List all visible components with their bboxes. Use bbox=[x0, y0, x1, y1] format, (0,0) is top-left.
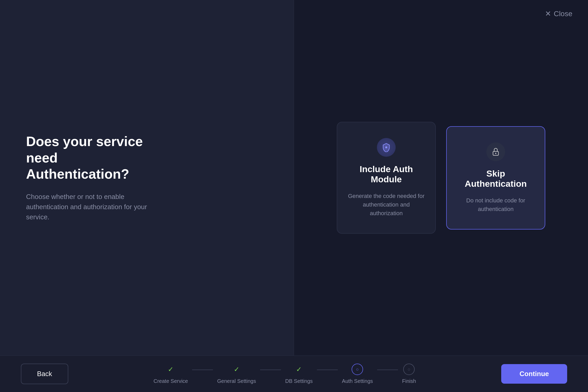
step-auth-settings: ○ Auth Settings bbox=[342, 364, 373, 384]
shield-icon bbox=[377, 138, 396, 157]
page-heading: Does your service need Authentication? bbox=[26, 133, 162, 182]
step-finish-label: Finish bbox=[402, 378, 416, 384]
close-x-icon: ✕ bbox=[545, 9, 551, 18]
skip-auth-description: Do not include code for authentication bbox=[457, 196, 534, 213]
back-label: Back bbox=[37, 370, 52, 378]
include-auth-description: Generate the code needed for authenticat… bbox=[348, 192, 425, 218]
skip-auth-card[interactable]: Skip Authentication Do not include code … bbox=[446, 126, 545, 230]
step-create-service-indicator: ✓ bbox=[165, 364, 176, 375]
continue-label: Continue bbox=[519, 370, 549, 378]
continue-button[interactable]: Continue bbox=[501, 364, 567, 384]
step-general-settings-indicator: ✓ bbox=[231, 364, 242, 375]
left-content: Does your service need Authentication? C… bbox=[26, 133, 162, 222]
step-general-settings-label: General Settings bbox=[217, 378, 256, 384]
left-panel: Does your service need Authentication? C… bbox=[0, 0, 294, 355]
step-db-settings-label: DB Settings bbox=[285, 378, 313, 384]
step-create-service-label: Create Service bbox=[154, 378, 188, 384]
bottom-bar: Back ✓ Create Service ✓ General Settings… bbox=[0, 355, 588, 392]
step-connector-4 bbox=[377, 370, 398, 370]
step-connector-1 bbox=[192, 370, 213, 370]
step-finish: ○ Finish bbox=[402, 364, 416, 384]
step-connector-3 bbox=[317, 370, 338, 370]
step-finish-indicator: ○ bbox=[403, 364, 415, 375]
back-button[interactable]: Back bbox=[21, 364, 68, 384]
step-auth-settings-label: Auth Settings bbox=[342, 378, 373, 384]
page-description: Choose whether or not to enable authenti… bbox=[26, 192, 162, 222]
right-panel: ✕ Close Include Auth Module Generate the… bbox=[294, 0, 588, 355]
include-auth-card[interactable]: Include Auth Module Generate the code ne… bbox=[337, 122, 436, 234]
lock-icon bbox=[486, 142, 505, 161]
close-label: Close bbox=[554, 10, 572, 18]
step-connector-2 bbox=[260, 370, 281, 370]
close-button[interactable]: ✕ Close bbox=[545, 9, 572, 18]
step-db-settings: ✓ DB Settings bbox=[285, 364, 313, 384]
step-auth-settings-indicator: ○ bbox=[352, 364, 363, 375]
step-create-service: ✓ Create Service bbox=[154, 364, 188, 384]
svg-point-0 bbox=[385, 146, 387, 148]
skip-auth-title: Skip Authentication bbox=[457, 168, 534, 189]
step-general-settings: ✓ General Settings bbox=[217, 364, 256, 384]
modal-body: Does your service need Authentication? C… bbox=[0, 0, 588, 355]
stepper: ✓ Create Service ✓ General Settings ✓ DB… bbox=[154, 364, 416, 384]
modal-overlay: Does your service need Authentication? C… bbox=[0, 0, 588, 392]
step-db-settings-indicator: ✓ bbox=[293, 364, 305, 375]
svg-point-2 bbox=[495, 153, 497, 154]
include-auth-title: Include Auth Module bbox=[348, 164, 425, 184]
